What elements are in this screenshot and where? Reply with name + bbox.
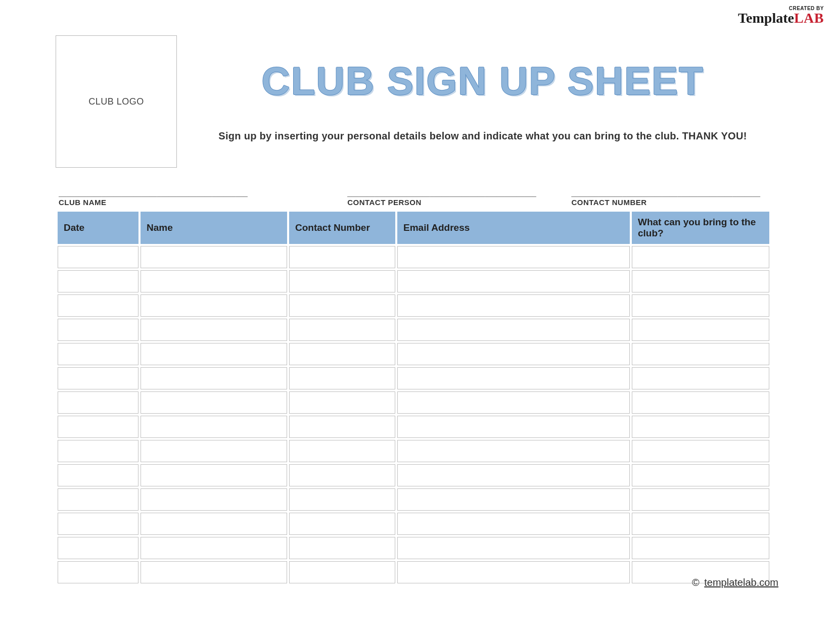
table-cell[interactable] bbox=[289, 488, 395, 511]
footer-link[interactable]: templatelab.com bbox=[704, 577, 778, 588]
table-cell[interactable] bbox=[141, 270, 287, 292]
table-cell[interactable] bbox=[632, 246, 769, 268]
col-header-date: Date bbox=[58, 212, 138, 244]
table-cell[interactable] bbox=[289, 464, 395, 486]
table-cell[interactable] bbox=[58, 464, 138, 486]
table-row bbox=[58, 367, 769, 389]
table-row bbox=[58, 246, 769, 268]
table-cell[interactable] bbox=[397, 537, 630, 559]
table-cell[interactable] bbox=[632, 294, 769, 317]
table-cell[interactable] bbox=[289, 537, 395, 559]
club-name-field[interactable]: ________________________________________… bbox=[59, 189, 327, 207]
table-cell[interactable] bbox=[397, 343, 630, 365]
table-cell[interactable] bbox=[58, 561, 138, 583]
table-cell[interactable] bbox=[289, 270, 395, 292]
table-cell[interactable] bbox=[397, 391, 630, 414]
table-cell[interactable] bbox=[397, 488, 630, 511]
table-cell[interactable] bbox=[58, 416, 138, 438]
table-cell[interactable] bbox=[141, 319, 287, 341]
table-cell[interactable] bbox=[397, 416, 630, 438]
table-cell[interactable] bbox=[58, 319, 138, 341]
table-cell[interactable] bbox=[397, 440, 630, 462]
table-row bbox=[58, 464, 769, 486]
table-cell[interactable] bbox=[632, 513, 769, 535]
page-content: CLUB LOGO CLUB SIGN UP SHEET Sign up by … bbox=[56, 35, 768, 585]
table-cell[interactable] bbox=[397, 513, 630, 535]
table-row bbox=[58, 537, 769, 559]
table-cell[interactable] bbox=[632, 343, 769, 365]
table-row bbox=[58, 440, 769, 462]
table-row bbox=[58, 513, 769, 535]
table-cell[interactable] bbox=[632, 440, 769, 462]
contact-number-field[interactable]: ________________________________________… bbox=[571, 189, 765, 207]
table-cell[interactable] bbox=[397, 561, 630, 583]
club-logo-label: CLUB LOGO bbox=[88, 96, 144, 107]
watermark-brand-accent: LAB bbox=[794, 10, 824, 26]
table-cell[interactable] bbox=[397, 270, 630, 292]
table-cell[interactable] bbox=[632, 319, 769, 341]
blank-line: ________________________________________… bbox=[347, 189, 551, 197]
table-row bbox=[58, 561, 769, 583]
table-cell[interactable] bbox=[141, 537, 287, 559]
table-cell[interactable] bbox=[58, 488, 138, 511]
table-row bbox=[58, 294, 769, 317]
col-header-email: Email Address bbox=[397, 212, 630, 244]
table-cell[interactable] bbox=[289, 246, 395, 268]
table-cell[interactable] bbox=[397, 464, 630, 486]
blank-line: ________________________________________… bbox=[59, 189, 327, 197]
table-cell[interactable] bbox=[58, 367, 138, 389]
table-row bbox=[58, 391, 769, 414]
table-cell[interactable] bbox=[141, 416, 287, 438]
table-cell[interactable] bbox=[289, 319, 395, 341]
club-name-label: CLUB NAME bbox=[59, 198, 327, 207]
table-cell[interactable] bbox=[58, 513, 138, 535]
table-cell[interactable] bbox=[397, 319, 630, 341]
table-cell[interactable] bbox=[289, 391, 395, 414]
copyright-symbol: © bbox=[692, 577, 700, 588]
meta-row: ________________________________________… bbox=[56, 189, 768, 207]
table-cell[interactable] bbox=[289, 440, 395, 462]
table-cell[interactable] bbox=[58, 343, 138, 365]
header-text: CLUB SIGN UP SHEET Sign up by inserting … bbox=[197, 35, 768, 142]
table-cell[interactable] bbox=[632, 464, 769, 486]
table-row bbox=[58, 319, 769, 341]
watermark-brand: TemplateLAB bbox=[738, 11, 824, 25]
table-cell[interactable] bbox=[58, 270, 138, 292]
table-cell[interactable] bbox=[141, 367, 287, 389]
table-cell[interactable] bbox=[58, 537, 138, 559]
table-cell[interactable] bbox=[632, 416, 769, 438]
table-cell[interactable] bbox=[397, 294, 630, 317]
table-cell[interactable] bbox=[58, 440, 138, 462]
table-cell[interactable] bbox=[141, 246, 287, 268]
table-cell[interactable] bbox=[289, 343, 395, 365]
table-cell[interactable] bbox=[289, 367, 395, 389]
table-cell[interactable] bbox=[289, 513, 395, 535]
table-cell[interactable] bbox=[632, 488, 769, 511]
table-cell[interactable] bbox=[58, 246, 138, 268]
table-cell[interactable] bbox=[289, 416, 395, 438]
table-row bbox=[58, 343, 769, 365]
table-cell[interactable] bbox=[141, 561, 287, 583]
table-cell[interactable] bbox=[289, 294, 395, 317]
table-cell[interactable] bbox=[632, 537, 769, 559]
table-cell[interactable] bbox=[58, 294, 138, 317]
table-cell[interactable] bbox=[397, 246, 630, 268]
table-cell[interactable] bbox=[289, 561, 395, 583]
table-cell[interactable] bbox=[632, 391, 769, 414]
table-cell[interactable] bbox=[141, 343, 287, 365]
table-cell[interactable] bbox=[632, 367, 769, 389]
club-logo-placeholder[interactable]: CLUB LOGO bbox=[56, 35, 177, 168]
table-cell[interactable] bbox=[397, 367, 630, 389]
table-cell[interactable] bbox=[141, 294, 287, 317]
table-cell[interactable] bbox=[141, 464, 287, 486]
watermark: CREATED BY TemplateLAB bbox=[738, 6, 824, 25]
table-row bbox=[58, 488, 769, 511]
contact-person-field[interactable]: ________________________________________… bbox=[347, 189, 551, 207]
table-row bbox=[58, 416, 769, 438]
table-cell[interactable] bbox=[141, 391, 287, 414]
table-cell[interactable] bbox=[632, 270, 769, 292]
table-cell[interactable] bbox=[141, 513, 287, 535]
table-cell[interactable] bbox=[58, 391, 138, 414]
table-cell[interactable] bbox=[141, 488, 287, 511]
table-cell[interactable] bbox=[141, 440, 287, 462]
